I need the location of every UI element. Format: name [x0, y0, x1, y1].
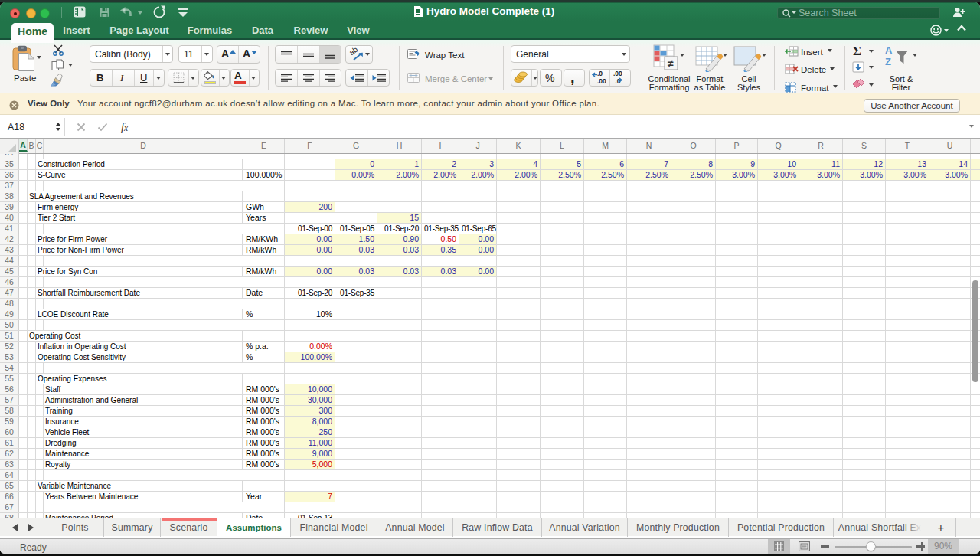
svg-text:A: A [885, 44, 893, 56]
svg-text:Z: Z [885, 56, 891, 67]
svg-text:≠: ≠ [668, 57, 674, 70]
